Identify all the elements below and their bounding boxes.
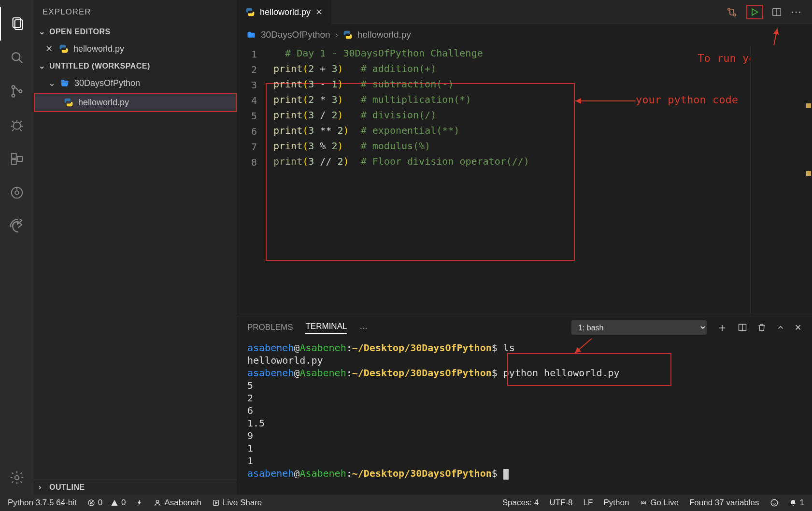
svg-marker-17: [752, 9, 758, 15]
git-compare-icon[interactable]: [726, 6, 738, 18]
status-eol[interactable]: LF: [584, 498, 593, 508]
folder-icon: [246, 30, 256, 40]
explorer-sidebar: EXPLORER ⌄ OPEN EDITORS ✕ helloworld.py …: [34, 0, 237, 495]
tab-label: helloworld.py: [260, 7, 311, 17]
terminal-shell-select[interactable]: 1: bash: [571, 320, 707, 335]
open-editors-header[interactable]: ⌄ OPEN EDITORS: [34, 24, 237, 39]
overview-ruler[interactable]: [803, 45, 812, 316]
open-editor-item[interactable]: ✕ helloworld.py: [34, 39, 237, 58]
breadcrumb[interactable]: 30DaysOfPython › helloworld.py: [237, 24, 812, 45]
source-control-icon[interactable]: [0, 74, 34, 108]
svg-point-16: [734, 14, 736, 16]
status-liveshare-user[interactable]: Asabeneh: [154, 498, 201, 508]
editor-region: helloworld.py ✕ ⋯ 30DaysOfPython: [237, 0, 812, 495]
svg-rect-10: [17, 156, 22, 161]
chevron-right-icon: ›: [335, 29, 338, 40]
close-panel-icon[interactable]: ✕: [795, 323, 801, 333]
status-spaces[interactable]: Spaces: 4: [502, 498, 539, 508]
more-panel-tabs-icon[interactable]: ···: [359, 322, 368, 333]
split-terminal-icon[interactable]: [738, 323, 747, 332]
panel-tabs: PROBLEMS TERMINAL ··· 1: bash ＋ ✕: [237, 316, 812, 339]
status-language[interactable]: Python: [603, 498, 629, 508]
svg-rect-8: [12, 154, 16, 158]
svg-point-30: [642, 502, 644, 504]
folder-row[interactable]: ⌄ 30DaysOfPython: [34, 73, 237, 93]
status-liveshare[interactable]: Live Share: [212, 498, 262, 508]
maximize-panel-icon[interactable]: [776, 323, 785, 332]
python-file-icon: [59, 44, 69, 54]
annotation-box-cmd: [507, 353, 671, 386]
sidebar-title: EXPLORER: [34, 0, 237, 24]
liveshare-icon[interactable]: [0, 210, 34, 243]
status-port-icon[interactable]: [136, 498, 143, 507]
status-golive[interactable]: Go Live: [640, 498, 679, 508]
svg-point-12: [15, 191, 19, 195]
chevron-right-icon: ›: [39, 483, 45, 492]
file-row[interactable]: helloworld.py: [34, 93, 237, 112]
svg-point-4: [12, 85, 15, 88]
kill-terminal-icon[interactable]: [757, 323, 767, 332]
outline-header[interactable]: › OUTLINE: [34, 480, 237, 495]
status-feedback-icon[interactable]: [770, 498, 779, 507]
close-icon[interactable]: ✕: [315, 7, 323, 17]
title-actions: ⋯: [726, 0, 812, 24]
activity-bar: [0, 0, 34, 495]
folder-open-icon: [60, 78, 70, 88]
extensions-icon[interactable]: [0, 142, 34, 176]
status-problems[interactable]: 0 0: [87, 498, 126, 508]
tab-problems[interactable]: PROBLEMS: [247, 323, 293, 332]
python-file-icon: [343, 30, 353, 40]
svg-point-6: [19, 90, 22, 93]
status-notifications[interactable]: 1: [789, 498, 804, 508]
terminal-cursor: [503, 469, 509, 480]
status-found-vars[interactable]: Found 37 variables: [689, 498, 759, 508]
debug-icon[interactable]: [0, 108, 34, 142]
terminal-panel: PROBLEMS TERMINAL ··· 1: bash ＋ ✕ To run…: [237, 316, 812, 495]
svg-point-2: [12, 53, 20, 60]
svg-point-28: [157, 500, 159, 503]
tab-strip: helloworld.py ✕ ⋯: [237, 0, 812, 24]
split-editor-icon[interactable]: [771, 7, 782, 17]
svg-point-5: [12, 94, 15, 97]
tab-terminal[interactable]: TERMINAL: [305, 322, 347, 334]
status-bar: Python 3.7.5 64-bit 0 0 Asabeneh Live Sh…: [0, 495, 812, 511]
minimap[interactable]: [750, 45, 803, 316]
svg-point-15: [728, 8, 730, 10]
workspace-header[interactable]: ⌄ UNTITLED (WORKSPACE): [34, 58, 237, 73]
code-content[interactable]: # Day 1 - 30DaysOfPython Challenge print…: [264, 45, 750, 316]
search-icon[interactable]: [0, 41, 34, 74]
svg-line-3: [19, 59, 22, 63]
chevron-down-icon: ⌄: [39, 27, 45, 36]
chevron-down-icon: ⌄: [48, 78, 55, 88]
settings-gear-icon[interactable]: [0, 461, 34, 495]
close-icon[interactable]: ✕: [45, 43, 54, 54]
code-editor[interactable]: 1234 5678 # Day 1 - 30DaysOfPython Chall…: [237, 45, 812, 316]
svg-rect-9: [12, 159, 16, 164]
line-gutter: 1234 5678: [237, 45, 264, 316]
python-file-icon: [245, 7, 255, 17]
svg-point-7: [14, 122, 21, 129]
gitlens-icon[interactable]: [0, 176, 34, 210]
new-terminal-icon[interactable]: ＋: [716, 320, 728, 335]
svg-point-31: [771, 499, 778, 506]
python-file-icon: [64, 98, 73, 107]
status-python-interpreter[interactable]: Python 3.7.5 64-bit: [8, 498, 77, 508]
svg-point-14: [15, 476, 19, 480]
chevron-down-icon: ⌄: [39, 61, 45, 71]
status-encoding[interactable]: UTF-8: [549, 498, 572, 508]
run-button[interactable]: [746, 5, 763, 19]
editor-tab[interactable]: helloworld.py ✕: [237, 0, 332, 24]
more-actions-icon[interactable]: ⋯: [791, 6, 801, 18]
explorer-icon[interactable]: [0, 7, 34, 41]
terminal-body[interactable]: To run your code asabeneh@Asabeneh:~/Des…: [237, 339, 812, 495]
